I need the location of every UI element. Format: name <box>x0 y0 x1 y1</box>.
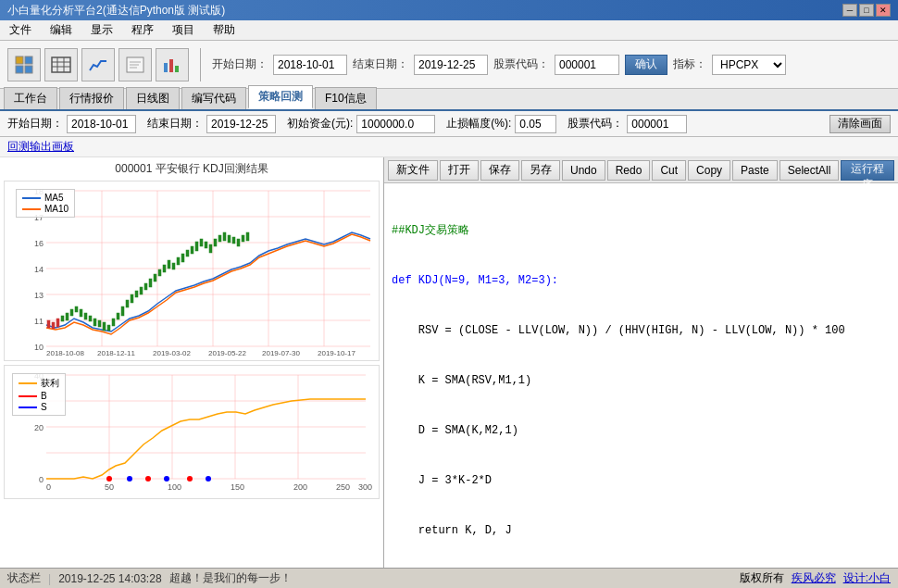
indicator-select[interactable]: HPCPX <box>712 55 786 75</box>
start-date-input[interactable] <box>273 55 347 75</box>
svg-rect-49 <box>84 313 87 319</box>
svg-rect-59 <box>131 294 133 303</box>
svg-rect-43 <box>56 319 59 327</box>
status-link2[interactable]: 设计:小白 <box>843 570 891 586</box>
confirm-button[interactable]: 确认 <box>625 55 667 75</box>
price-chart: MA5 MA10 18 17 16 <box>4 181 380 361</box>
code-icon-btn[interactable] <box>118 48 152 81</box>
menu-program[interactable]: 程序 <box>126 20 159 40</box>
svg-rect-70 <box>181 254 184 262</box>
bt-stock-code-label: 股票代码： <box>567 116 623 131</box>
code-editor-scroll[interactable]: ##KDJ交易策略 def KDJ(N=9, M1=3, M2=3): RSV … <box>384 183 898 568</box>
undo-button[interactable]: Undo <box>562 160 605 181</box>
output-panel-label[interactable]: 回测输出画板 <box>0 137 898 157</box>
svg-rect-67 <box>168 260 170 269</box>
bt-stop-loss-field: 止损幅度(%): <box>446 115 556 133</box>
tab-f10[interactable]: F10信息 <box>315 87 377 109</box>
svg-point-104 <box>106 476 112 482</box>
svg-rect-69 <box>177 257 180 265</box>
indicator-label: 指标： <box>673 56 706 72</box>
main-content: 000001 平安银行 KDJ回测结果 MA5 MA10 <box>0 157 898 568</box>
svg-rect-71 <box>186 250 189 256</box>
svg-rect-15 <box>175 66 179 72</box>
workbench-icon-btn[interactable] <box>7 48 41 81</box>
bt-start-date-label: 开始日期： <box>7 116 63 131</box>
save-button[interactable]: 保存 <box>480 160 519 181</box>
code-editor[interactable]: ##KDJ交易策略 def KDJ(N=9, M1=3, M2=3): RSV … <box>384 183 898 568</box>
bt-capital-input[interactable] <box>356 115 435 133</box>
bt-end-date-label: 结束日期： <box>147 116 203 131</box>
editor-area: 新文件 打开 保存 另存 Undo Redo Cut Copy Paste Se… <box>384 157 898 568</box>
bt-start-date-input[interactable] <box>67 115 136 133</box>
svg-rect-1 <box>16 66 23 73</box>
menu-help[interactable]: 帮助 <box>207 20 241 40</box>
copy-button[interactable]: Copy <box>688 160 730 181</box>
status-bar: 状态栏 | 2019-12-25 14:03:28 超越！是我们的每一步！ 版权… <box>0 568 898 588</box>
status-link1[interactable]: 疾风必究 <box>792 570 836 586</box>
tab-code-editor[interactable]: 编写代码 <box>181 87 246 109</box>
editor-toolbar: 新文件 打开 保存 另存 Undo Redo Cut Copy Paste Se… <box>384 157 898 183</box>
svg-rect-57 <box>121 307 124 316</box>
tab-backtest[interactable]: 策略回测 <box>248 85 313 109</box>
svg-rect-50 <box>89 316 92 321</box>
svg-rect-45 <box>66 313 69 320</box>
bt-end-date-field: 结束日期： <box>147 115 276 133</box>
menu-file[interactable]: 文件 <box>4 20 37 40</box>
bt-capital-label: 初始资金(元): <box>287 116 353 131</box>
bt-stock-code-input[interactable] <box>627 115 687 133</box>
svg-rect-44 <box>61 316 64 321</box>
bt-stop-loss-input[interactable] <box>515 115 556 133</box>
cut-button[interactable]: Cut <box>652 160 686 181</box>
menu-view[interactable]: 显示 <box>85 20 118 40</box>
menu-project[interactable]: 项目 <box>167 20 200 40</box>
save-as-button[interactable]: 另存 <box>521 160 560 181</box>
svg-rect-82 <box>237 239 240 246</box>
menu-edit[interactable]: 编辑 <box>44 20 78 40</box>
svg-text:0: 0 <box>39 475 44 484</box>
redo-button[interactable]: Redo <box>607 160 651 181</box>
main-toolbar: 开始日期： 结束日期： 股票代码： 确认 指标： HPCPX <box>0 41 898 89</box>
stock-code-toolbar-label: 股票代码： <box>493 56 549 72</box>
paste-button[interactable]: Paste <box>732 160 778 181</box>
chart-title: 000001 平安银行 KDJ回测结果 <box>4 161 380 177</box>
bt-start-date-field: 开始日期： <box>7 115 136 133</box>
price-chart-legend: MA5 MA10 <box>16 189 75 218</box>
end-date-input[interactable] <box>414 55 488 75</box>
svg-rect-48 <box>80 309 82 317</box>
svg-rect-4 <box>52 57 70 72</box>
bt-stock-code-field: 股票代码： <box>567 115 687 133</box>
svg-rect-68 <box>172 263 175 269</box>
svg-text:0: 0 <box>46 482 51 492</box>
stock-code-toolbar-input[interactable] <box>555 55 619 75</box>
tab-workbench[interactable]: 工作台 <box>4 87 57 109</box>
tab-quotes[interactable]: 行情报价 <box>59 87 124 109</box>
minimize-button[interactable]: ─ <box>842 4 857 17</box>
clear-screen-button[interactable]: 清除画面 <box>829 115 891 133</box>
bt-end-date-input[interactable] <box>206 115 276 133</box>
svg-rect-74 <box>200 239 203 246</box>
status-label: 状态栏 <box>7 570 41 586</box>
open-button[interactable]: 打开 <box>440 160 479 181</box>
svg-rect-73 <box>195 242 198 251</box>
svg-rect-46 <box>70 309 73 316</box>
svg-rect-78 <box>218 235 221 242</box>
svg-rect-66 <box>163 265 166 272</box>
tab-daily-chart[interactable]: 日线图 <box>126 87 180 109</box>
backtest-bar: 开始日期： 结束日期： 初始资金(元): 止损幅度(%): 股票代码： 清除画面 <box>0 111 898 137</box>
svg-point-107 <box>127 476 132 482</box>
chart-area: 000001 平安银行 KDJ回测结果 MA5 MA10 <box>0 157 384 568</box>
new-file-button[interactable]: 新文件 <box>388 160 438 181</box>
svg-rect-41 <box>47 320 50 328</box>
svg-text:20: 20 <box>34 423 44 432</box>
run-program-button[interactable]: 运行程序 <box>841 160 894 181</box>
select-all-button[interactable]: SelectAll <box>780 160 840 181</box>
maximize-button[interactable]: □ <box>859 4 874 17</box>
svg-rect-80 <box>228 235 231 243</box>
close-button[interactable]: ✕ <box>876 4 891 17</box>
table-icon-btn[interactable] <box>44 48 78 81</box>
chart-icon-btn[interactable] <box>81 48 115 81</box>
bar-chart-icon-btn[interactable] <box>156 48 189 81</box>
svg-rect-76 <box>209 244 212 253</box>
svg-text:13: 13 <box>34 291 44 300</box>
svg-rect-14 <box>169 59 173 72</box>
